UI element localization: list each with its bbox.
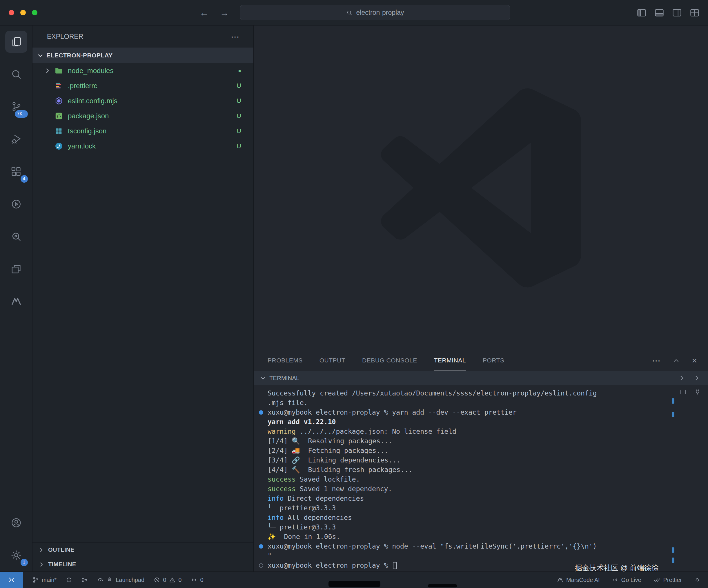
panel-tab-bar: PROBLEMS OUTPUT DEBUG CONSOLE TERMINAL P…: [254, 350, 708, 371]
marscode-logo-icon: [10, 296, 22, 307]
svg-text:{}: {}: [57, 114, 61, 119]
terminal-line: success Saved lockfile.: [268, 475, 678, 484]
activity-settings[interactable]: 1: [0, 539, 32, 571]
toggle-sidebar-right-icon[interactable]: [672, 7, 682, 18]
activity-run-debug[interactable]: [0, 123, 32, 155]
file-row-prettierrc[interactable]: .prettierrc U: [32, 78, 254, 93]
file-row-eslint-config[interactable]: eslint.config.mjs U: [32, 93, 254, 109]
terminal-line: Successfully created /Users/xutaotao/Doc…: [268, 388, 678, 398]
toggle-panel-icon[interactable]: [654, 7, 665, 18]
problems-status[interactable]: 0 0: [154, 577, 181, 583]
marscode-status[interactable]: MarsCode AI: [557, 577, 600, 583]
back-button[interactable]: ←: [200, 7, 209, 18]
activity-explorer[interactable]: [0, 26, 32, 58]
rocket-icon: [107, 577, 113, 583]
package-json-icon: {}: [55, 112, 63, 120]
file-row-package-json[interactable]: {} package.json U: [32, 109, 254, 123]
tab-output[interactable]: OUTPUT: [320, 350, 345, 371]
close-panel-icon[interactable]: ×: [692, 356, 697, 365]
panel-more-actions-icon[interactable]: ⋯: [652, 356, 660, 365]
chevron-down-icon: [260, 375, 266, 381]
search-icon: [346, 9, 353, 16]
yarn-icon: [55, 142, 63, 150]
terminal-line: yarn add v1.22.10: [268, 417, 678, 427]
ports-status[interactable]: 0: [191, 577, 203, 583]
remote-indicator[interactable]: [0, 572, 23, 588]
go-live-icon: [612, 577, 618, 583]
activity-extensions[interactable]: 4: [0, 155, 32, 188]
extensions-icon: [10, 166, 22, 177]
tab-problems[interactable]: PROBLEMS: [268, 350, 303, 371]
extensions-badge: 4: [21, 175, 28, 183]
customize-layout-icon[interactable]: [689, 7, 700, 18]
activity-account[interactable]: [0, 506, 32, 539]
command-decoration: [672, 558, 674, 563]
terminal-line: └─ prettier@3.3.3: [268, 503, 678, 513]
notifications-button[interactable]: [694, 577, 701, 583]
file-row-yarn-lock[interactable]: yarn.lock U: [32, 139, 254, 154]
go-live-button[interactable]: Go Live: [612, 577, 641, 583]
activity-remote-windows[interactable]: [0, 253, 32, 285]
chevron-right-icon: [44, 67, 51, 74]
terminal-line: warning ../../../package.json: No licens…: [268, 427, 678, 436]
maximize-panel-icon[interactable]: [673, 357, 680, 364]
tab-debug-console[interactable]: DEBUG CONSOLE: [362, 350, 417, 371]
tab-ports[interactable]: PORTS: [483, 350, 504, 371]
file-row-tsconfig[interactable]: tsconfig.json U: [32, 123, 254, 139]
source-control-graph-button[interactable]: [82, 577, 88, 583]
marscode-label: MarsCode AI: [566, 577, 600, 583]
command-center-search[interactable]: electron-proplay: [240, 5, 510, 20]
sync-changes-button[interactable]: [66, 577, 72, 583]
explorer-sidebar: EXPLORER ⋯ ELECTRON-PROPLAY node_modules…: [32, 26, 254, 571]
terminal-line: [4/4] 🔨 Building fresh packages...: [268, 465, 678, 475]
chevron-right-icon[interactable]: [678, 375, 685, 381]
more-actions-icon[interactable]: ⋯: [231, 32, 240, 42]
forward-button[interactable]: →: [220, 7, 229, 18]
outline-section[interactable]: OUTLINE: [32, 542, 254, 557]
toggle-sidebar-left-icon[interactable]: [637, 7, 647, 18]
terminal-side-strip: [678, 385, 708, 571]
close-window-button[interactable]: [9, 10, 14, 16]
project-root-row[interactable]: ELECTRON-PROPLAY: [32, 48, 254, 63]
activity-source-control[interactable]: 7K+: [0, 90, 32, 123]
tab-terminal[interactable]: TERMINAL: [434, 350, 466, 371]
terminal-line: info Direct dependencies: [268, 494, 678, 503]
git-status-badge: U: [237, 82, 241, 90]
tsconfig-icon: [55, 127, 63, 135]
plug-icon[interactable]: [694, 388, 701, 395]
file-row-node-modules[interactable]: node_modules ●: [32, 63, 254, 78]
remote-icon: [8, 576, 16, 584]
terminal-line: success Saved 1 new dependency.: [268, 484, 678, 494]
terminal-line: [1/4] 🔍 Resolving packages...: [268, 436, 678, 446]
maximize-window-button[interactable]: [32, 10, 37, 16]
minimize-window-button[interactable]: [20, 10, 26, 16]
folder-icon: [55, 66, 63, 75]
title-bar: ← → electron-proplay: [0, 0, 708, 26]
double-check-icon: [653, 577, 660, 583]
git-branch-status[interactable]: main*: [32, 577, 57, 583]
launchpad-button[interactable]: Launchpad: [97, 577, 144, 583]
screen-artifact-bar: [428, 584, 457, 587]
windows-stack-icon: [10, 263, 22, 275]
file-name: yarn.lock: [68, 142, 96, 150]
activity-search-tools[interactable]: [0, 220, 32, 253]
editor-area[interactable]: [254, 26, 708, 350]
chevron-right-icon[interactable]: [694, 375, 700, 381]
activity-play-circle[interactable]: [0, 188, 32, 220]
prettier-status[interactable]: Prettier: [653, 577, 682, 583]
terminal-group-label: TERMINAL: [269, 375, 299, 382]
terminal-cursor: [393, 562, 396, 569]
split-terminal-icon[interactable]: [680, 388, 686, 395]
file-name: eslint.config.mjs: [68, 97, 117, 105]
file-name: .prettierrc: [68, 82, 97, 90]
warning-count: 0: [178, 577, 181, 583]
screen-artifact-bar: [328, 581, 380, 587]
command-executed-dot: [259, 544, 263, 549]
error-count: 0: [163, 577, 166, 583]
terminal-line: └─ prettier@3.3.3: [268, 523, 678, 532]
terminal-lines[interactable]: Successfully created /Users/xutaotao/Doc…: [254, 385, 678, 571]
timeline-section[interactable]: TIMELINE: [32, 557, 254, 571]
activity-search[interactable]: [0, 58, 32, 90]
activity-marscode[interactable]: [0, 285, 32, 318]
terminal-group-header[interactable]: TERMINAL: [254, 371, 708, 385]
